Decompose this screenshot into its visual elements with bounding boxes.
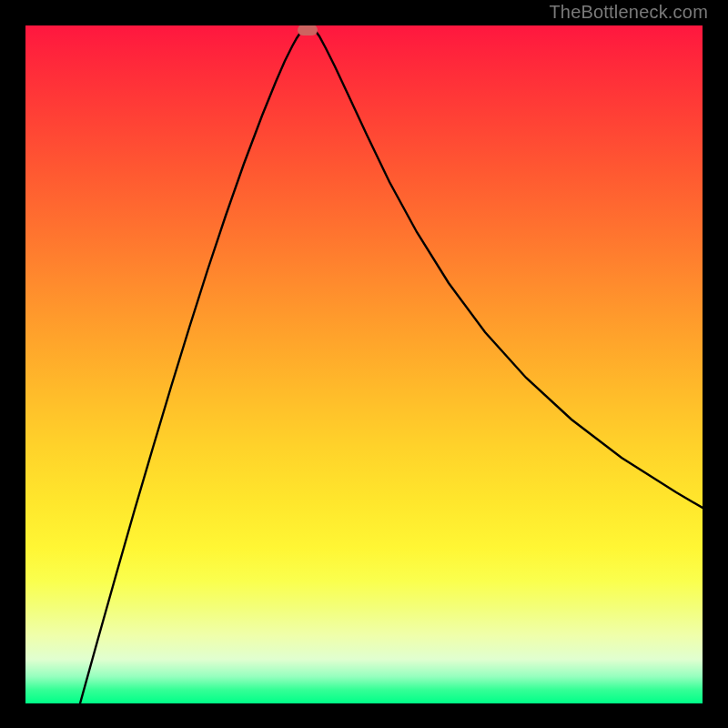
optimal-point-marker <box>298 25 318 35</box>
plot-area <box>25 25 703 703</box>
curve-right-branch <box>315 30 703 508</box>
bottleneck-curve <box>25 25 703 703</box>
attribution-text: TheBottleneck.com <box>549 2 708 23</box>
curve-left-branch <box>80 30 302 703</box>
